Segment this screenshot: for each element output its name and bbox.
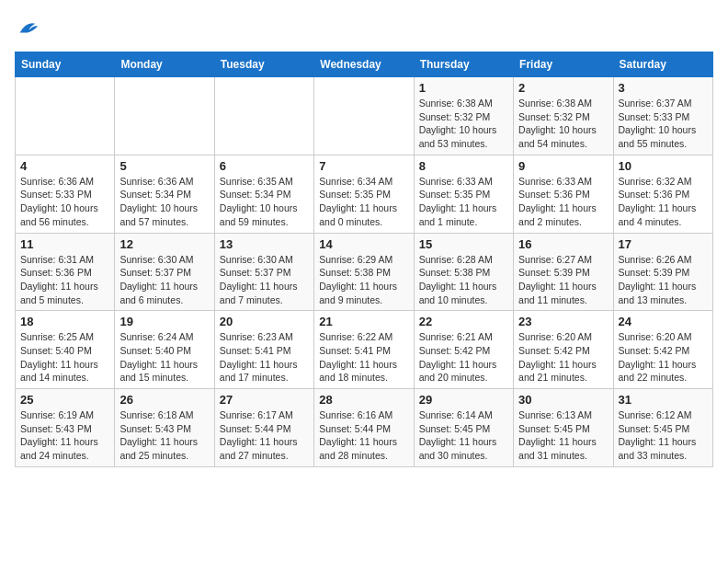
day-info: Sunrise: 6:18 AM Sunset: 5:43 PM Dayligh… <box>119 408 209 463</box>
day-info: Sunrise: 6:36 AM Sunset: 5:33 PM Dayligh… <box>20 175 109 229</box>
day-number: 22 <box>419 315 508 328</box>
day-header-saturday: Saturday <box>613 52 712 77</box>
day-info: Sunrise: 6:17 AM Sunset: 5:44 PM Dayligh… <box>220 408 309 463</box>
day-info: Sunrise: 6:33 AM Sunset: 5:35 PM Dayligh… <box>419 175 508 229</box>
day-number: 12 <box>119 237 209 251</box>
day-number: 1 <box>419 81 508 95</box>
day-header-sunday: Sunday <box>16 52 115 77</box>
day-number: 26 <box>119 393 209 407</box>
day-info: Sunrise: 6:19 AM Sunset: 5:43 PM Dayligh… <box>20 408 109 463</box>
day-info: Sunrise: 6:29 AM Sunset: 5:38 PM Dayligh… <box>319 253 408 307</box>
day-info: Sunrise: 6:14 AM Sunset: 5:45 PM Dayligh… <box>419 408 508 463</box>
calendar-cell: 19Sunrise: 6:24 AM Sunset: 5:40 PM Dayli… <box>115 311 214 389</box>
calendar-cell: 28Sunrise: 6:16 AM Sunset: 5:44 PM Dayli… <box>314 389 414 467</box>
day-number: 19 <box>119 315 209 328</box>
day-number: 2 <box>518 81 608 95</box>
calendar-cell: 27Sunrise: 6:17 AM Sunset: 5:44 PM Dayli… <box>214 389 313 467</box>
day-header-monday: Monday <box>115 52 214 77</box>
calendar-week-2: 4Sunrise: 6:36 AM Sunset: 5:33 PM Daylig… <box>16 155 713 233</box>
day-number: 14 <box>319 237 408 251</box>
day-number: 11 <box>20 237 109 251</box>
day-info: Sunrise: 6:21 AM Sunset: 5:42 PM Dayligh… <box>419 330 508 385</box>
calendar-cell: 21Sunrise: 6:22 AM Sunset: 5:41 PM Dayli… <box>314 311 414 389</box>
calendar-cell: 9Sunrise: 6:33 AM Sunset: 5:36 PM Daylig… <box>514 155 613 233</box>
calendar-cell: 3Sunrise: 6:37 AM Sunset: 5:33 PM Daylig… <box>613 77 712 155</box>
day-number: 16 <box>518 237 608 251</box>
day-info: Sunrise: 6:20 AM Sunset: 5:42 PM Dayligh… <box>518 330 608 385</box>
day-info: Sunrise: 6:26 AM Sunset: 5:39 PM Dayligh… <box>619 253 708 307</box>
day-number: 5 <box>119 159 209 173</box>
day-info: Sunrise: 6:25 AM Sunset: 5:40 PM Dayligh… <box>20 330 109 385</box>
calendar-cell: 23Sunrise: 6:20 AM Sunset: 5:42 PM Dayli… <box>514 311 613 389</box>
calendar-cell: 30Sunrise: 6:13 AM Sunset: 5:45 PM Dayli… <box>514 389 613 467</box>
day-info: Sunrise: 6:32 AM Sunset: 5:36 PM Dayligh… <box>619 175 708 229</box>
calendar-cell <box>214 77 313 155</box>
day-info: Sunrise: 6:35 AM Sunset: 5:34 PM Dayligh… <box>220 175 309 229</box>
day-number: 20 <box>220 315 309 328</box>
calendar-cell: 12Sunrise: 6:30 AM Sunset: 5:37 PM Dayli… <box>115 233 214 311</box>
day-number: 4 <box>20 159 109 173</box>
calendar-cell: 6Sunrise: 6:35 AM Sunset: 5:34 PM Daylig… <box>214 155 313 233</box>
calendar-cell: 31Sunrise: 6:12 AM Sunset: 5:45 PM Dayli… <box>613 389 712 467</box>
calendar-week-1: 1Sunrise: 6:38 AM Sunset: 5:32 PM Daylig… <box>16 77 713 155</box>
day-number: 31 <box>619 393 708 407</box>
day-header-thursday: Thursday <box>414 52 513 77</box>
day-info: Sunrise: 6:30 AM Sunset: 5:37 PM Dayligh… <box>119 253 209 307</box>
day-header-wednesday: Wednesday <box>314 52 414 77</box>
day-number: 29 <box>419 393 508 407</box>
day-number: 24 <box>619 315 708 328</box>
day-info: Sunrise: 6:38 AM Sunset: 5:32 PM Dayligh… <box>518 97 608 151</box>
day-info: Sunrise: 6:36 AM Sunset: 5:34 PM Dayligh… <box>119 175 209 229</box>
calendar-table: SundayMondayTuesdayWednesdayThursdayFrid… <box>15 52 713 467</box>
calendar-week-4: 18Sunrise: 6:25 AM Sunset: 5:40 PM Dayli… <box>16 311 713 389</box>
day-info: Sunrise: 6:38 AM Sunset: 5:32 PM Dayligh… <box>419 97 508 151</box>
day-number: 21 <box>319 315 408 328</box>
calendar-cell: 22Sunrise: 6:21 AM Sunset: 5:42 PM Dayli… <box>414 311 513 389</box>
calendar-week-5: 25Sunrise: 6:19 AM Sunset: 5:43 PM Dayli… <box>16 389 713 467</box>
calendar-cell: 1Sunrise: 6:38 AM Sunset: 5:32 PM Daylig… <box>414 77 513 155</box>
logo <box>15 15 42 40</box>
day-info: Sunrise: 6:28 AM Sunset: 5:38 PM Dayligh… <box>419 253 508 307</box>
day-number: 18 <box>20 315 109 328</box>
day-header-friday: Friday <box>514 52 613 77</box>
calendar-cell <box>314 77 414 155</box>
calendar-cell: 18Sunrise: 6:25 AM Sunset: 5:40 PM Dayli… <box>16 311 115 389</box>
calendar-cell: 26Sunrise: 6:18 AM Sunset: 5:43 PM Dayli… <box>115 389 214 467</box>
calendar-cell: 17Sunrise: 6:26 AM Sunset: 5:39 PM Dayli… <box>613 233 712 311</box>
day-info: Sunrise: 6:22 AM Sunset: 5:41 PM Dayligh… <box>319 330 408 385</box>
day-info: Sunrise: 6:37 AM Sunset: 5:33 PM Dayligh… <box>619 97 708 151</box>
calendar-cell: 16Sunrise: 6:27 AM Sunset: 5:39 PM Dayli… <box>514 233 613 311</box>
calendar-cell: 4Sunrise: 6:36 AM Sunset: 5:33 PM Daylig… <box>16 155 115 233</box>
calendar-cell: 8Sunrise: 6:33 AM Sunset: 5:35 PM Daylig… <box>414 155 513 233</box>
calendar-cell: 10Sunrise: 6:32 AM Sunset: 5:36 PM Dayli… <box>613 155 712 233</box>
calendar-cell: 29Sunrise: 6:14 AM Sunset: 5:45 PM Dayli… <box>414 389 513 467</box>
day-info: Sunrise: 6:13 AM Sunset: 5:45 PM Dayligh… <box>518 408 608 463</box>
calendar-cell: 2Sunrise: 6:38 AM Sunset: 5:32 PM Daylig… <box>514 77 613 155</box>
day-number: 13 <box>220 237 309 251</box>
day-header-tuesday: Tuesday <box>214 52 313 77</box>
calendar-cell: 25Sunrise: 6:19 AM Sunset: 5:43 PM Dayli… <box>16 389 115 467</box>
day-info: Sunrise: 6:27 AM Sunset: 5:39 PM Dayligh… <box>518 253 608 307</box>
calendar-cell: 5Sunrise: 6:36 AM Sunset: 5:34 PM Daylig… <box>115 155 214 233</box>
day-number: 30 <box>518 393 608 407</box>
calendar-cell: 24Sunrise: 6:20 AM Sunset: 5:42 PM Dayli… <box>613 311 712 389</box>
calendar-cell: 7Sunrise: 6:34 AM Sunset: 5:35 PM Daylig… <box>314 155 414 233</box>
day-number: 23 <box>518 315 608 328</box>
day-info: Sunrise: 6:24 AM Sunset: 5:40 PM Dayligh… <box>119 330 209 385</box>
day-info: Sunrise: 6:20 AM Sunset: 5:42 PM Dayligh… <box>619 330 708 385</box>
page-header <box>15 15 713 40</box>
day-number: 6 <box>220 159 309 173</box>
calendar-cell: 13Sunrise: 6:30 AM Sunset: 5:37 PM Dayli… <box>214 233 313 311</box>
day-info: Sunrise: 6:33 AM Sunset: 5:36 PM Dayligh… <box>518 175 608 229</box>
calendar-cell: 11Sunrise: 6:31 AM Sunset: 5:36 PM Dayli… <box>16 233 115 311</box>
day-info: Sunrise: 6:30 AM Sunset: 5:37 PM Dayligh… <box>220 253 309 307</box>
calendar-week-3: 11Sunrise: 6:31 AM Sunset: 5:36 PM Dayli… <box>16 233 713 311</box>
day-number: 25 <box>20 393 109 407</box>
day-info: Sunrise: 6:12 AM Sunset: 5:45 PM Dayligh… <box>619 408 708 463</box>
day-number: 9 <box>518 159 608 173</box>
day-info: Sunrise: 6:34 AM Sunset: 5:35 PM Dayligh… <box>319 175 408 229</box>
calendar-cell: 15Sunrise: 6:28 AM Sunset: 5:38 PM Dayli… <box>414 233 513 311</box>
day-number: 27 <box>220 393 309 407</box>
day-number: 8 <box>419 159 508 173</box>
day-number: 28 <box>319 393 408 407</box>
